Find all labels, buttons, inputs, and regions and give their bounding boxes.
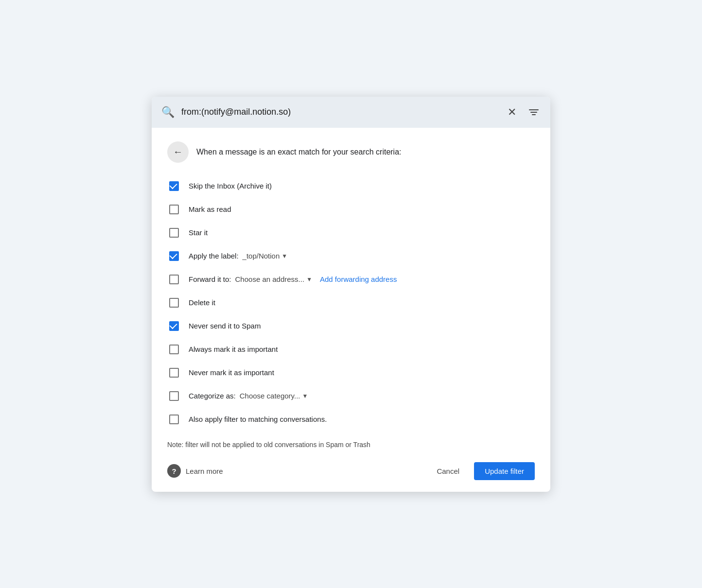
never-spam-checkbox-wrap bbox=[167, 319, 181, 333]
option-apply-filter: Also apply filter to matching conversati… bbox=[167, 408, 535, 431]
apply-label-checkbox-wrap bbox=[167, 249, 181, 263]
learn-more-text: Learn more bbox=[186, 467, 223, 475]
forward-it-checkbox[interactable] bbox=[169, 275, 179, 284]
option-categorize: Categorize as: Choose category... ▼ bbox=[167, 384, 535, 408]
search-actions: ✕ bbox=[506, 104, 541, 121]
mark-read-checkbox-wrap bbox=[167, 203, 181, 216]
option-never-important: Never mark it as important bbox=[167, 361, 535, 384]
delete-it-label: Delete it bbox=[189, 298, 215, 307]
categorize-checkbox-wrap bbox=[167, 389, 181, 403]
skip-inbox-checkbox[interactable] bbox=[169, 181, 179, 191]
never-important-label: Never mark it as important bbox=[189, 368, 274, 377]
option-never-spam: Never send it to Spam bbox=[167, 314, 535, 338]
close-icon: ✕ bbox=[508, 106, 516, 119]
always-important-checkbox-wrap bbox=[167, 343, 181, 356]
option-delete-it: Delete it bbox=[167, 291, 535, 314]
mark-read-checkbox[interactable] bbox=[169, 205, 179, 214]
forward-address-value: Choose an address... bbox=[235, 275, 305, 283]
option-always-important: Always mark it as important bbox=[167, 338, 535, 361]
forward-address-dropdown[interactable]: Choose an address... ▼ bbox=[235, 274, 312, 284]
star-it-checkbox-wrap bbox=[167, 226, 181, 240]
apply-filter-checkbox[interactable] bbox=[169, 415, 179, 424]
back-icon: ← bbox=[173, 146, 183, 157]
never-important-checkbox-wrap bbox=[167, 366, 181, 380]
categorize-checkbox[interactable] bbox=[169, 391, 179, 401]
note-text: Note: filter will not be applied to old … bbox=[167, 441, 535, 449]
label-dropdown[interactable]: _top/Notion ▼ bbox=[243, 251, 288, 261]
option-mark-read: Mark as read bbox=[167, 198, 535, 221]
never-spam-checkbox[interactable] bbox=[169, 321, 179, 331]
star-it-checkbox[interactable] bbox=[169, 228, 179, 238]
forward-it-label: Forward it to: Choose an address... ▼ Ad… bbox=[189, 274, 397, 284]
filter-options-button[interactable] bbox=[527, 107, 541, 117]
search-query: from:(notify@mail.notion.so) bbox=[181, 107, 499, 117]
delete-it-checkbox[interactable] bbox=[169, 298, 179, 308]
mark-read-label: Mark as read bbox=[189, 205, 231, 213]
always-important-checkbox[interactable] bbox=[169, 345, 179, 354]
option-skip-inbox: Skip the Inbox (Archive it) bbox=[167, 174, 535, 198]
apply-label-label: Apply the label: _top/Notion ▼ bbox=[189, 251, 287, 261]
filter-icon bbox=[529, 109, 539, 115]
update-filter-button[interactable]: Update filter bbox=[474, 462, 535, 480]
skip-inbox-checkbox-wrap bbox=[167, 179, 181, 193]
star-it-label: Star it bbox=[189, 228, 208, 237]
header-description: When a message is an exact match for you… bbox=[196, 148, 402, 156]
cancel-button[interactable]: Cancel bbox=[430, 462, 466, 480]
apply-filter-label: Also apply filter to matching conversati… bbox=[189, 415, 327, 423]
label-dropdown-value: _top/Notion bbox=[243, 252, 280, 260]
options-list: Skip the Inbox (Archive it) Mark as read… bbox=[167, 174, 535, 431]
search-bar: 🔍 from:(notify@mail.notion.so) ✕ bbox=[152, 97, 550, 128]
apply-label-checkbox[interactable] bbox=[169, 251, 179, 261]
apply-filter-checkbox-wrap bbox=[167, 413, 181, 426]
forward-dropdown-arrow-icon: ▼ bbox=[306, 276, 312, 283]
categorize-label: Categorize as: Choose category... ▼ bbox=[189, 391, 308, 401]
skip-inbox-label: Skip the Inbox (Archive it) bbox=[189, 182, 272, 190]
delete-it-checkbox-wrap bbox=[167, 296, 181, 310]
label-dropdown-arrow-icon: ▼ bbox=[281, 253, 287, 259]
category-dropdown[interactable]: Choose category... ▼ bbox=[240, 391, 308, 401]
never-important-checkbox[interactable] bbox=[169, 368, 179, 378]
back-button[interactable]: ← bbox=[167, 141, 189, 163]
search-icon: 🔍 bbox=[161, 106, 175, 119]
close-button[interactable]: ✕ bbox=[506, 104, 518, 121]
category-dropdown-value: Choose category... bbox=[240, 392, 300, 400]
option-apply-label: Apply the label: _top/Notion ▼ bbox=[167, 244, 535, 268]
add-forwarding-address-button[interactable]: Add forwarding address bbox=[320, 275, 397, 283]
footer: ? Learn more Cancel Update filter bbox=[167, 458, 535, 480]
always-important-label: Always mark it as important bbox=[189, 345, 278, 353]
help-icon: ? bbox=[167, 464, 181, 478]
option-star-it: Star it bbox=[167, 221, 535, 244]
footer-actions: Cancel Update filter bbox=[430, 462, 535, 480]
question-mark: ? bbox=[172, 467, 176, 475]
dialog-body: ← When a message is an exact match for y… bbox=[152, 128, 550, 492]
never-spam-label: Never send it to Spam bbox=[189, 322, 261, 330]
forward-it-checkbox-wrap bbox=[167, 273, 181, 286]
category-dropdown-arrow-icon: ▼ bbox=[302, 393, 308, 399]
option-forward-it: Forward it to: Choose an address... ▼ Ad… bbox=[167, 268, 535, 291]
filter-dialog: 🔍 from:(notify@mail.notion.so) ✕ ← When … bbox=[152, 97, 550, 492]
learn-more-section: ? Learn more bbox=[167, 464, 223, 478]
header-row: ← When a message is an exact match for y… bbox=[167, 141, 535, 163]
